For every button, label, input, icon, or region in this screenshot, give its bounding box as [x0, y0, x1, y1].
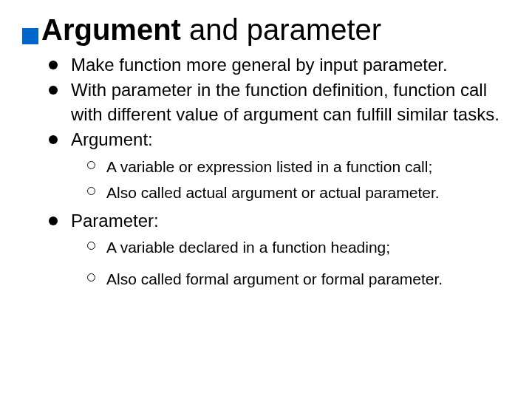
list-item: Parameter: A variable declared in a func… [49, 209, 510, 291]
sub-bullet-list: A variable declared in a function headin… [87, 236, 510, 291]
list-item-text: Argument: [71, 129, 153, 149]
square-bullet-icon [22, 28, 38, 44]
sub-list-item-text: A variable declared in a function headin… [106, 239, 390, 256]
slide: Argument and parameter Make function mor… [0, 0, 532, 399]
list-item-text: Parameter: [71, 211, 159, 231]
title-row: Argument and parameter [22, 13, 510, 46]
list-item-text: Make function more general by input para… [71, 55, 448, 75]
sub-list-item: Also called formal argument or formal pa… [87, 267, 510, 291]
list-item-text: With parameter in the function definitio… [71, 80, 499, 123]
slide-title: Argument and parameter [41, 13, 381, 46]
title-rest: and parameter [181, 13, 381, 46]
list-item: With parameter in the function definitio… [49, 78, 510, 126]
sub-list-item: A variable or expression listed in a fun… [87, 155, 510, 179]
sub-list-item: A variable declared in a function headin… [87, 236, 510, 265]
list-item: Argument: A variable or expression liste… [49, 128, 510, 204]
sub-list-item-text: A variable or expression listed in a fun… [106, 158, 432, 175]
bullet-list: Make function more general by input para… [49, 53, 510, 291]
sub-list-item: Also called actual argument or actual pa… [87, 181, 510, 205]
list-item: Make function more general by input para… [49, 53, 510, 77]
sub-bullet-list: A variable or expression listed in a fun… [87, 155, 510, 205]
title-strong: Argument [41, 13, 181, 46]
sub-list-item-text: Also called actual argument or actual pa… [106, 184, 440, 201]
sub-list-item-text: Also called formal argument or formal pa… [106, 270, 443, 287]
